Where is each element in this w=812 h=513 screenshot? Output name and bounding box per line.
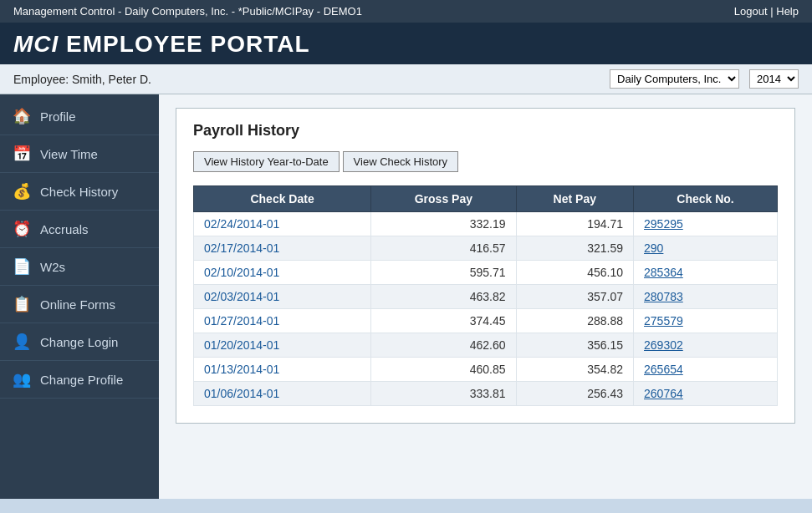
sidebar-item-change-profile-label: Change Profile — [40, 373, 123, 387]
table-row: 02/24/2014-01332.19194.71295295 — [194, 212, 778, 236]
col-header-check-date: Check Date — [194, 186, 371, 212]
user-icon: 👤 — [12, 333, 32, 351]
sidebar: 🏠 Profile 📅 View Time 💰 Check History ⏰ … — [0, 94, 159, 499]
col-header-gross-pay: Gross Pay — [371, 186, 516, 212]
sidebar-item-online-forms-label: Online Forms — [40, 297, 115, 312]
content-box: Payroll History View History Year-to-Dat… — [176, 108, 795, 424]
page-title: Payroll History — [193, 122, 778, 140]
cell-gross-pay: 416.57 — [371, 236, 516, 261]
table-row: 01/06/2014-01333.81256.43260764 — [194, 382, 778, 406]
top-nav: Logout | Help — [734, 5, 799, 18]
sidebar-item-view-time-label: View Time — [40, 147, 98, 161]
sidebar-item-accruals-label: Accruals — [40, 222, 89, 236]
cell-gross-pay: 462.60 — [371, 333, 516, 358]
action-buttons: View History Year-to-Date View Check His… — [193, 151, 778, 172]
payroll-table: Check Date Gross Pay Net Pay Check No. 0… — [193, 185, 778, 406]
col-header-net-pay: Net Pay — [516, 186, 633, 212]
cell-gross-pay: 460.85 — [371, 358, 516, 382]
sidebar-item-change-profile[interactable]: 👥 Change Profile — [0, 361, 159, 399]
sidebar-item-w2s[interactable]: 📄 W2s — [0, 248, 159, 286]
sidebar-item-profile-label: Profile — [40, 109, 76, 124]
table-row: 01/20/2014-01462.60356.15269302 — [194, 333, 778, 358]
cell-net-pay: 456.10 — [516, 261, 633, 285]
table-row: 01/27/2014-01374.45288.88275579 — [194, 309, 778, 333]
cell-check-date[interactable]: 01/06/2014-01 — [194, 382, 371, 406]
sidebar-item-change-login-label: Change Login — [40, 335, 118, 349]
cell-check-no[interactable]: 265654 — [634, 358, 778, 382]
help-link[interactable]: Help — [776, 5, 799, 18]
portal-title: MCI Employee Portal — [13, 31, 799, 58]
portal-title-prefix: MCI — [13, 31, 59, 57]
cell-gross-pay: 333.81 — [371, 382, 516, 406]
table-row: 02/10/2014-01595.71456.10285364 — [194, 261, 778, 285]
cell-net-pay: 288.88 — [516, 309, 633, 333]
year-select[interactable]: 2014 2013 2012 — [749, 69, 799, 89]
cell-check-date[interactable]: 01/20/2014-01 — [194, 333, 371, 358]
cell-gross-pay: 463.82 — [371, 285, 516, 309]
cell-check-no[interactable]: 280783 — [634, 285, 778, 309]
table-header-row: Check Date Gross Pay Net Pay Check No. — [194, 186, 778, 212]
top-bar: Management Control - Daily Computers, In… — [0, 0, 812, 23]
cell-gross-pay: 332.19 — [371, 212, 516, 236]
header: MCI Employee Portal — [0, 23, 812, 64]
cell-check-no[interactable]: 260764 — [634, 382, 778, 406]
users-icon: 👥 — [12, 370, 32, 389]
employee-bar: Employee: Smith, Peter D. Daily Computer… — [0, 64, 812, 94]
main-layout: 🏠 Profile 📅 View Time 💰 Check History ⏰ … — [0, 94, 812, 499]
sidebar-item-w2s-label: W2s — [40, 260, 65, 274]
cell-check-no[interactable]: 295295 — [634, 212, 778, 236]
cell-check-no[interactable]: 285364 — [634, 261, 778, 285]
logout-link[interactable]: Logout — [734, 5, 768, 18]
table-row: 02/03/2014-01463.82357.07280783 — [194, 285, 778, 309]
cell-check-no[interactable]: 290 — [634, 236, 778, 261]
cell-net-pay: 321.59 — [516, 236, 633, 261]
calendar-icon: 📅 — [12, 145, 32, 163]
cell-net-pay: 357.07 — [516, 285, 633, 309]
table-body: 02/24/2014-01332.19194.7129529502/17/201… — [194, 212, 778, 406]
table-row: 01/13/2014-01460.85354.82265654 — [194, 358, 778, 382]
money-icon: 💰 — [12, 182, 32, 201]
cell-gross-pay: 374.45 — [371, 309, 516, 333]
content-area: Payroll History View History Year-to-Dat… — [159, 94, 812, 499]
cell-net-pay: 354.82 — [516, 358, 633, 382]
clock-icon: ⏰ — [12, 220, 32, 238]
cell-check-date[interactable]: 02/03/2014-01 — [194, 285, 371, 309]
sidebar-item-check-history[interactable]: 💰 Check History — [0, 173, 159, 211]
company-select[interactable]: Daily Computers, Inc. — [610, 69, 739, 89]
view-history-ytd-button[interactable]: View History Year-to-Date — [193, 151, 340, 172]
cell-net-pay: 256.43 — [516, 382, 633, 406]
sidebar-item-change-login[interactable]: 👤 Change Login — [0, 323, 159, 361]
cell-net-pay: 194.71 — [516, 212, 633, 236]
sidebar-item-online-forms[interactable]: 📋 Online Forms — [0, 286, 159, 323]
cell-check-date[interactable]: 02/10/2014-01 — [194, 261, 371, 285]
app-title: Management Control - Daily Computers, In… — [13, 5, 362, 18]
cell-check-no[interactable]: 275579 — [634, 309, 778, 333]
cell-check-date[interactable]: 02/24/2014-01 — [194, 212, 371, 236]
table-row: 02/17/2014-01416.57321.59290 — [194, 236, 778, 261]
cell-check-no[interactable]: 269302 — [634, 333, 778, 358]
sidebar-item-accruals[interactable]: ⏰ Accruals — [0, 211, 159, 248]
employee-label: Employee: Smith, Peter D. — [13, 73, 151, 86]
sidebar-item-check-history-label: Check History — [40, 185, 118, 199]
view-check-history-button[interactable]: View Check History — [343, 151, 458, 172]
cell-check-date[interactable]: 01/13/2014-01 — [194, 358, 371, 382]
sidebar-item-view-time[interactable]: 📅 View Time — [0, 135, 159, 173]
cell-gross-pay: 595.71 — [371, 261, 516, 285]
document-icon: 📄 — [12, 257, 32, 276]
forms-icon: 📋 — [12, 295, 32, 313]
cell-net-pay: 356.15 — [516, 333, 633, 358]
company-year-selectors: Daily Computers, Inc. 2014 2013 2012 — [603, 69, 799, 89]
home-icon: 🏠 — [12, 107, 32, 125]
cell-check-date[interactable]: 02/17/2014-01 — [194, 236, 371, 261]
sidebar-item-profile[interactable]: 🏠 Profile — [0, 98, 159, 135]
cell-check-date[interactable]: 01/27/2014-01 — [194, 309, 371, 333]
col-header-check-no: Check No. — [634, 186, 778, 212]
